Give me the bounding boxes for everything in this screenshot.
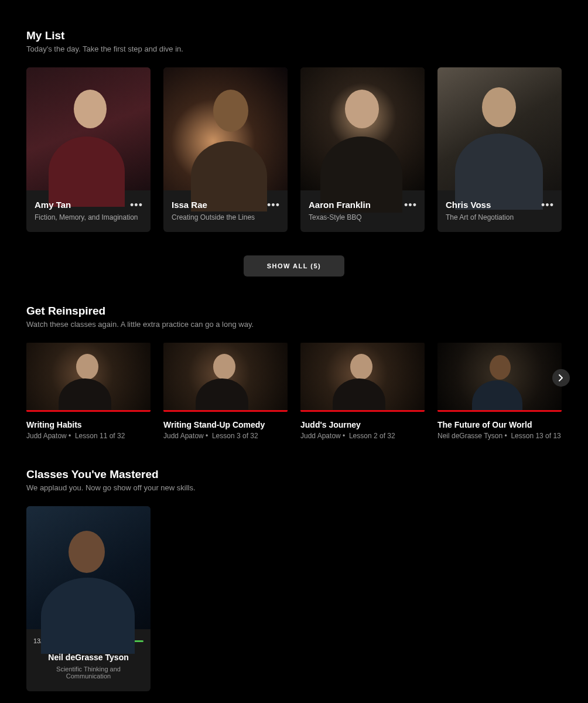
mastered-section: Classes You've Mastered We applaud you. … xyxy=(26,468,562,691)
my-list-subtitle: Today's the day. Take the first step and… xyxy=(26,45,562,53)
instructor-name: Issa Rae xyxy=(172,200,279,210)
lesson-meta: Judd Apatow • Lesson 11 of 32 xyxy=(26,432,151,440)
class-thumbnail xyxy=(163,67,288,190)
reinspired-row: Writing Habits Judd Apatow • Lesson 11 o… xyxy=(26,343,562,440)
lesson-card[interactable]: The Future of Our World Neil deGrasse Ty… xyxy=(437,343,562,440)
lesson-title: Writing Stand-Up Comedy xyxy=(163,420,288,429)
lesson-thumbnail xyxy=(300,343,425,412)
reinspired-title: Get Reinspired xyxy=(26,305,562,318)
more-options-button[interactable]: ••• xyxy=(265,199,282,211)
mastered-row: 13/13 Neil deGrasse Tyson Scientific Thi… xyxy=(26,506,562,691)
class-description: Scientific Thinking and Communication xyxy=(33,666,143,680)
scroll-next-button[interactable] xyxy=(552,369,570,387)
chevron-right-icon xyxy=(559,374,563,381)
lesson-meta: Judd Apatow • Lesson 2 of 32 xyxy=(300,432,425,440)
my-list-section: My List Today's the day. Take the first … xyxy=(26,29,562,277)
mastered-subtitle: We applaud you. Now go show off your new… xyxy=(26,483,562,492)
instructor-name: Aaron Franklin xyxy=(309,200,416,210)
class-thumbnail xyxy=(437,67,562,190)
class-description: The Art of Negotiation xyxy=(446,213,553,221)
lesson-thumbnail xyxy=(163,343,288,412)
mastered-title: Classes You've Mastered xyxy=(26,468,562,481)
class-card[interactable]: Chris Voss The Art of Negotiation ••• xyxy=(437,67,562,232)
more-icon: ••• xyxy=(267,199,280,211)
lesson-thumbnail xyxy=(437,343,562,412)
lesson-title: Judd's Journey xyxy=(300,420,425,429)
more-icon: ••• xyxy=(404,199,417,211)
reinspired-section: Get Reinspired Watch these classes again… xyxy=(26,305,562,440)
my-list-row: Amy Tan Fiction, Memory, and Imagination… xyxy=(26,67,562,232)
more-icon: ••• xyxy=(130,199,143,211)
lesson-card[interactable]: Writing Stand-Up Comedy Judd Apatow • Le… xyxy=(163,343,288,440)
class-thumbnail xyxy=(300,67,425,190)
lesson-card[interactable]: Judd's Journey Judd Apatow • Lesson 2 of… xyxy=(300,343,425,440)
more-icon: ••• xyxy=(541,199,554,211)
mastered-thumbnail xyxy=(26,506,151,629)
more-options-button[interactable]: ••• xyxy=(539,199,556,211)
instructor-name: Amy Tan xyxy=(35,200,142,210)
lesson-meta: Neil deGrasse Tyson • Lesson 13 of 13 xyxy=(437,432,562,440)
my-list-title: My List xyxy=(26,29,562,42)
lesson-title: The Future of Our World xyxy=(437,420,562,429)
instructor-name: Neil deGrasse Tyson xyxy=(33,653,143,662)
lesson-thumbnail xyxy=(26,343,151,412)
mastered-card[interactable]: 13/13 Neil deGrasse Tyson Scientific Thi… xyxy=(26,506,151,691)
class-thumbnail xyxy=(26,67,151,190)
more-options-button[interactable]: ••• xyxy=(402,199,419,211)
class-card[interactable]: Issa Rae Creating Outside the Lines ••• xyxy=(163,67,288,232)
instructor-name: Chris Voss xyxy=(446,200,553,210)
lesson-card[interactable]: Writing Habits Judd Apatow • Lesson 11 o… xyxy=(26,343,151,440)
more-options-button[interactable]: ••• xyxy=(128,199,145,211)
class-card[interactable]: Amy Tan Fiction, Memory, and Imagination… xyxy=(26,67,151,232)
class-description: Fiction, Memory, and Imagination xyxy=(35,213,142,221)
class-description: Texas-Style BBQ xyxy=(309,213,416,221)
lesson-meta: Judd Apatow • Lesson 3 of 32 xyxy=(163,432,288,440)
class-description: Creating Outside the Lines xyxy=(172,213,279,221)
class-card[interactable]: Aaron Franklin Texas-Style BBQ ••• xyxy=(300,67,425,232)
reinspired-subtitle: Watch these classes again. A little extr… xyxy=(26,320,562,329)
lesson-title: Writing Habits xyxy=(26,420,151,429)
show-all-button[interactable]: SHOW ALL (5) xyxy=(244,255,345,277)
